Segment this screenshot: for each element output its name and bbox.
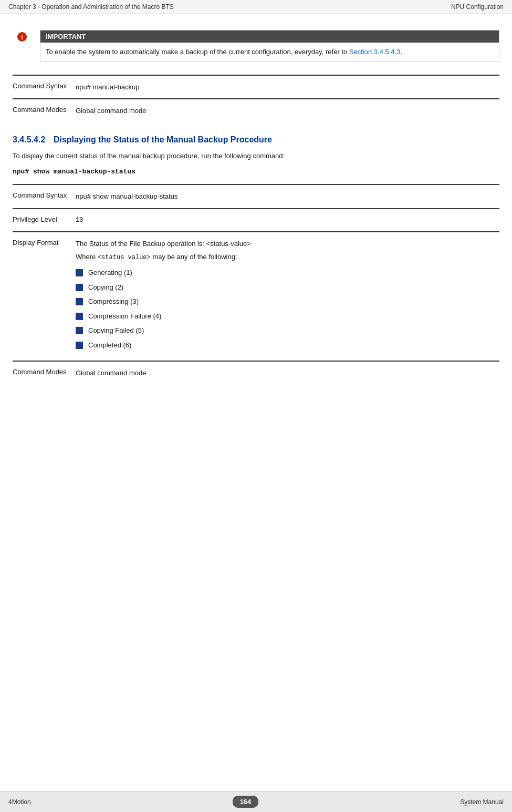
footer-right: System Manual bbox=[460, 798, 504, 806]
important-label: IMPORTANT bbox=[40, 30, 499, 43]
info-icon: i bbox=[13, 32, 32, 51]
important-text: To enable the system to automatically ma… bbox=[40, 43, 499, 61]
bullet-square-icon bbox=[76, 269, 83, 276]
privilege-level-label: Privilege Level bbox=[13, 215, 76, 225]
display-format-bullets: Generating (1)Copying (2)Compressing (3)… bbox=[76, 268, 499, 350]
list-item: Completed (6) bbox=[76, 340, 499, 351]
cmd-syntax-label-2: Command Syntax bbox=[13, 191, 76, 202]
list-item: Compressing (3) bbox=[76, 296, 499, 307]
cmd-syntax-label-1: Command Syntax bbox=[13, 82, 76, 92]
list-item: Compression Failure (4) bbox=[76, 311, 499, 322]
privilege-level-row: Privilege Level 10 bbox=[13, 208, 499, 231]
cmd-modes-value-2: Global command mode bbox=[76, 368, 499, 378]
list-item: Copying Failed (5) bbox=[76, 325, 499, 336]
cmd-syntax-row-2: Command Syntax npu# show manual-backup-s… bbox=[13, 184, 499, 208]
display-format-line2-container: Where <status value> may be any of the f… bbox=[76, 252, 499, 262]
display-format-row: Display Format The Status of the File Ba… bbox=[13, 231, 499, 361]
page-number: 164 bbox=[233, 796, 259, 808]
cmd-modes-label-1: Command Modes bbox=[13, 106, 76, 116]
section-title: NPU Configuration bbox=[451, 3, 504, 11]
section-heading: 3.4.5.4.2 Displaying the Status of the M… bbox=[13, 135, 499, 145]
cmd-modes-value-1: Global command mode bbox=[76, 106, 499, 116]
important-link[interactable]: Section 3.4.5.4.3 bbox=[349, 48, 401, 56]
bullet-square-icon bbox=[76, 342, 83, 349]
section-number: 3.4.5.4.2 bbox=[13, 135, 45, 144]
display-format-label: Display Format bbox=[13, 239, 76, 355]
display-format-line1: The Status of the File Backup operation … bbox=[76, 239, 499, 249]
list-item: Copying (2) bbox=[76, 282, 499, 293]
cmd-modes-label-2: Command Modes bbox=[13, 368, 76, 378]
chapter-title: Chapter 3 - Operation and Administration… bbox=[8, 3, 174, 11]
list-item: Generating (1) bbox=[76, 268, 499, 278]
display-format-line3: may be any of the following: bbox=[152, 253, 237, 261]
cmd-syntax-value-1: npu# manual-backup bbox=[76, 82, 499, 92]
bullet-square-icon bbox=[76, 284, 83, 291]
cmd-syntax-value-2: npu# show manual-backup-status bbox=[76, 191, 499, 202]
code-block: npu# show manual-backup-status bbox=[13, 168, 499, 176]
cmd-modes-row-1: Command Modes Global command mode bbox=[13, 98, 499, 122]
cmd-syntax-row-1: Command Syntax npu# manual-backup bbox=[13, 75, 499, 99]
display-format-where: Where bbox=[76, 253, 96, 261]
bullet-square-icon bbox=[76, 313, 83, 320]
display-format-mono: <status value> bbox=[98, 254, 151, 261]
important-body-text: To enable the system to automatically ma… bbox=[46, 48, 347, 56]
content-area: i IMPORTANT To enable the system to auto… bbox=[0, 14, 512, 416]
display-format-value: The Status of the File Backup operation … bbox=[76, 239, 499, 355]
cmd-modes-row-2: Command Modes Global command mode bbox=[13, 361, 499, 385]
bullet-square-icon bbox=[76, 327, 83, 334]
page-header: Chapter 3 - Operation and Administration… bbox=[0, 0, 512, 14]
important-box: i IMPORTANT To enable the system to auto… bbox=[13, 30, 499, 62]
page-footer: 4Motion 164 System Manual bbox=[0, 791, 512, 812]
section-name: Displaying the Status of the Manual Back… bbox=[54, 135, 272, 144]
section-description: To display the current status of the man… bbox=[13, 151, 499, 162]
important-content: IMPORTANT To enable the system to automa… bbox=[40, 30, 499, 62]
footer-left: 4Motion bbox=[8, 798, 31, 806]
bullet-square-icon bbox=[76, 298, 83, 305]
privilege-level-value: 10 bbox=[76, 215, 499, 225]
